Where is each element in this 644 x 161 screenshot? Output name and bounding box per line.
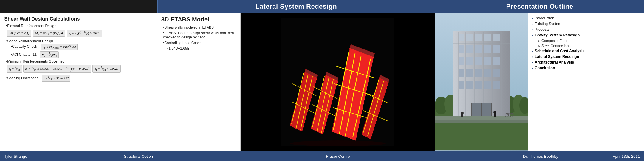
center-panel-title: Lateral System Redesign: [256, 3, 337, 10]
svg-rect-68: [475, 57, 482, 65]
svg-rect-51: [453, 55, 510, 55]
svg-rect-89: [494, 113, 496, 117]
svg-point-34: [290, 140, 386, 146]
footer-advisor: Dr. Thomas Boothby: [519, 154, 584, 159]
svg-rect-80: [493, 81, 500, 89]
svg-rect-52: [453, 67, 510, 67]
formula-rho-t: ρt = Av⁄sh: [7, 65, 22, 73]
svg-rect-62: [466, 45, 473, 53]
footer-date: April 13th, 2011: [584, 154, 644, 159]
svg-rect-61: [459, 45, 464, 53]
svg-rect-64: [484, 45, 491, 53]
center-left-content: 3D ETABS Model •Shear walls modeled in E…: [157, 13, 241, 151]
svg-rect-48: [492, 32, 493, 116]
outline-existing-system: ▪ Existing System: [532, 22, 640, 26]
bullet-3: ▪: [532, 28, 533, 31]
header-right: Presentation Outline: [435, 0, 644, 13]
outline-schedule: ▪ Schedule and Cost Analysis: [532, 49, 640, 53]
svg-rect-53: [453, 79, 510, 79]
svg-rect-77: [466, 81, 473, 89]
footer: Tyler Strange Structural Option Fraser C…: [0, 151, 644, 161]
main-content: Shear Wall Design Calculations •Flexural…: [0, 13, 644, 151]
svg-rect-50: [453, 43, 510, 44]
header-center: Lateral System Redesign: [157, 0, 435, 13]
svg-rect-83: [482, 103, 491, 117]
bullet-7: ▪: [532, 61, 533, 64]
aci-label: •ACI Chapter 11 Vu > 1⁄2φVc: [9, 51, 152, 58]
left-panel-heading: Shear Wall Design Calculations: [4, 16, 152, 22]
svg-rect-63: [475, 45, 482, 53]
svg-rect-82: [472, 103, 481, 117]
formula-flexural-1: 0.85f′cab = Asfy: [7, 30, 31, 37]
svg-rect-74: [484, 69, 491, 77]
svg-rect-76: [459, 81, 464, 89]
bullet-2: ▪: [532, 22, 533, 26]
footer-role: Structural Option: [39, 154, 157, 159]
formula-rho-l: ρl = Av⁄sh ≥ 0.0025 + 0.5(2.5 − hw⁄lw)(ρ…: [23, 65, 92, 73]
svg-rect-72: [466, 69, 473, 77]
svg-rect-44: [458, 32, 459, 116]
svg-rect-45: [465, 32, 466, 116]
svg-rect-56: [459, 34, 464, 41]
left-panel: Shear Wall Design Calculations •Flexural…: [0, 13, 157, 151]
svg-rect-67: [466, 57, 473, 65]
building-image: [435, 13, 528, 151]
bullet-4: ▪: [532, 34, 533, 37]
bullet-1: ▪: [532, 17, 533, 20]
svg-rect-49: [501, 32, 502, 116]
etabs-load-case: •1.54D+1.65E: [161, 47, 236, 51]
footer-presenter: Tyler Strange: [0, 154, 39, 159]
svg-rect-75: [493, 69, 500, 77]
etabs-bullet-1: •Shear walls modeled in ETABS: [161, 25, 236, 30]
svg-rect-71: [459, 69, 464, 77]
min-reinf-label: •Minimum Reinforcements Governed: [4, 59, 152, 64]
outline-gravity: ▪ Gravity System Redesign: [532, 33, 640, 37]
arrow-2: ➤: [538, 44, 540, 48]
etabs-title: 3D ETABS Model: [161, 16, 236, 23]
formula-capacity: Vu ≤ φVN,max = φ10√f′chd: [41, 44, 78, 50]
svg-rect-70: [493, 57, 500, 65]
svg-rect-57: [466, 34, 473, 41]
header-left-spacer: [0, 0, 157, 13]
right-panel: ▪ Introduction ▪ Existing System ▪ Propo…: [435, 13, 644, 151]
outline-introduction: ▪ Introduction: [532, 16, 640, 20]
svg-rect-60: [493, 34, 500, 41]
svg-rect-78: [475, 81, 482, 89]
svg-rect-73: [475, 69, 482, 77]
formula-rho-t2: ρt = Av⁄sh > 0.0025: [92, 65, 121, 73]
bullet-6: ▪: [532, 55, 533, 58]
outline-steel-connections: ➤ Steel Connections: [532, 44, 640, 48]
bullet-8: ▪: [532, 66, 533, 70]
footer-project: Fraser Centre: [157, 154, 519, 159]
svg-rect-69: [484, 57, 491, 65]
svg-rect-85: [435, 120, 528, 123]
svg-rect-54: [453, 91, 510, 91]
svg-rect-59: [484, 34, 491, 41]
svg-rect-87: [461, 114, 463, 117]
outline-content: ▪ Introduction ▪ Existing System ▪ Propo…: [528, 13, 644, 151]
center-panel: 3D ETABS Model •Shear walls modeled in E…: [157, 13, 435, 151]
formula-flexural-3: εt = εcu(dt − C⁄C) > 0.005: [67, 30, 102, 37]
shear-label: •Shear Reinforcement Design: [4, 39, 152, 43]
etabs-bullet-3: •Controlling Load Case:: [161, 41, 236, 45]
formula-aci: Vu > 1⁄2φVc: [40, 51, 58, 58]
etabs-svg: [281, 18, 394, 146]
spacing-label: •Spacing Limitations s ≤ lw⁄3 or 3h or 1…: [4, 75, 152, 82]
flexural-label: •Flexural Reinforcement Design: [4, 24, 152, 28]
svg-rect-66: [459, 57, 464, 65]
svg-rect-58: [475, 34, 482, 41]
arrow-1: ➤: [538, 39, 540, 43]
formula-flexural-2: Mu = φMN = φAsfyJd: [33, 30, 65, 37]
outline-conclusion: ▪ Conclusion: [532, 66, 640, 70]
capacity-check-label: •Capacity Check Vu ≤ φVN,max = φ10√f′chd: [9, 44, 152, 50]
etabs-model-visual: [241, 13, 435, 151]
formula-spacing: s ≤ lw⁄3 or 3h or 18″: [42, 75, 70, 82]
outline-composite-floor: ➤ Composite Floor: [532, 39, 640, 43]
outline-lateral: ▪ Lateral System Redesign: [532, 55, 640, 59]
presentation-outline-title: Presentation Outline: [506, 3, 573, 10]
bullet-5: ▪: [532, 49, 533, 53]
header: Lateral System Redesign Presentation Out…: [0, 0, 644, 13]
outline-proposal: ▪ Proposal: [532, 27, 640, 32]
svg-rect-65: [493, 45, 500, 53]
svg-rect-79: [484, 81, 491, 89]
